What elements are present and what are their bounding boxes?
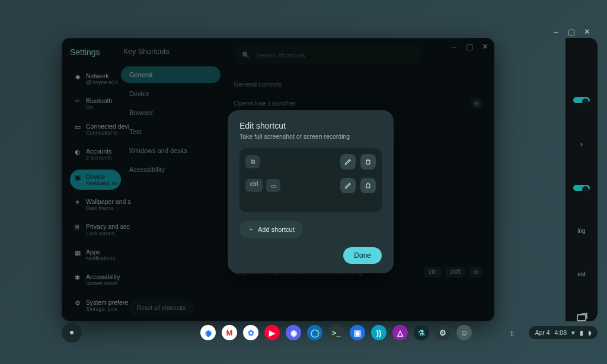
chevron-right-icon[interactable]: › [580,140,583,148]
system-tray[interactable]: ▯ Apr 4 4:08 ▾ ▮ ◗ [503,326,598,339]
delete-shortcut-button[interactable] [360,178,376,193]
shelf-app-youtube[interactable]: ▶ [264,325,280,340]
shelf-app-files[interactable]: ▣ [350,325,365,340]
phone-hub-icon[interactable]: ▯ [510,329,514,336]
edit-shortcut-button[interactable] [340,178,356,193]
tray-separator [503,327,503,338]
truncated-text: ing [577,228,585,234]
shelf-app-pwa2[interactable]: △ [392,325,408,340]
shelf-app-edge[interactable]: ◯ [307,325,322,340]
key-overview-icon: ⧉ [245,155,260,168]
shelf-app-pwa1[interactable]: )) [371,325,386,340]
battery-icon: ▮ [580,329,583,336]
status-area[interactable]: Apr 4 4:08 ▾ ▮ ◗ [529,326,598,339]
launcher-button[interactable] [62,323,82,343]
tray-separator [521,327,522,338]
add-shortcut-button[interactable]: ＋ Add shortcut [239,221,303,238]
close-icon[interactable]: ✕ [582,27,592,36]
plus-icon: ＋ [248,225,254,234]
shortcut-entries: ⧉ ctrl ▭ [239,148,382,212]
edit-shortcut-dialog: Edit shortcut Take full screenshot or sc… [228,110,394,273]
tray-date: Apr 4 [535,329,550,336]
outer-window-controls: – ▢ ✕ [512,25,598,38]
tray-time: 4:08 [555,329,567,336]
key-ctrl: ctrl [245,179,263,192]
background-panel-strip: › ing est [566,38,598,321]
toggle-switch[interactable] [573,97,590,103]
open-external-icon[interactable] [577,314,586,321]
expand-icon: ◗ [588,329,592,336]
shelf-app-gmail[interactable]: M [222,325,237,340]
minimize-icon[interactable]: – [551,27,561,36]
shelf-app-avatar[interactable]: ☺ [456,325,472,340]
shelf-app-chrome[interactable]: ◉ [200,325,216,340]
key-show-windows-icon: ▭ [266,179,280,192]
dialog-title: Edit shortcut [239,121,382,130]
shelf-app-terminal[interactable]: >_ [328,325,344,340]
shelf-app-photos[interactable]: ✿ [243,325,258,340]
shelf-app-settings[interactable]: ⚙ [435,325,451,340]
shortcut-entry: ⧉ [245,154,376,170]
shelf-app-discord[interactable]: ◉ [286,325,301,340]
dialog-description: Take full screenshot or screen recording [239,133,382,140]
shelf-app-flask[interactable]: ⚗ [414,325,429,340]
delete-shortcut-button[interactable] [360,154,376,170]
wifi-icon: ▾ [571,329,575,336]
shortcut-entry: ctrl ▭ [245,178,376,193]
settings-window: – ▢ ✕ Settings ◆ Network@Reyee-sC4DD_ ⌔ … [62,38,494,321]
shelf-apps: ◉M✿▶◉◯>_▣))△⚗⚙☺ [200,325,472,340]
maximize-icon[interactable]: ▢ [567,27,576,36]
truncated-text: est [577,271,585,277]
add-shortcut-label: Add shortcut [258,226,295,233]
toggle-switch[interactable] [573,185,590,191]
shelf: ◉M✿▶◉◯>_▣))△⚗⚙☺ ▯ Apr 4 4:08 ▾ ▮ ◗ [62,321,598,344]
edit-shortcut-button[interactable] [340,154,356,170]
done-button[interactable]: Done [343,247,382,264]
